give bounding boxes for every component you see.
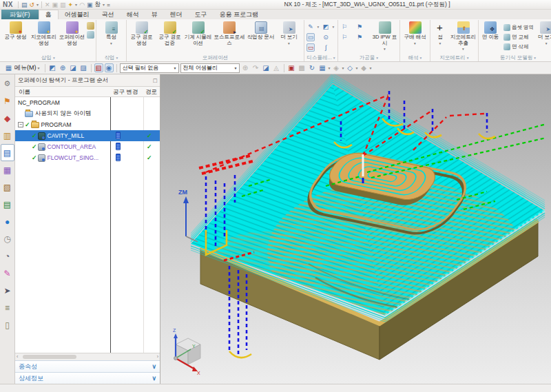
paste-icon[interactable]: ▥ [60,1,66,8]
history-icon[interactable]: ◷ [1,230,14,247]
generate-toolpath-button[interactable]: 공구 경로 생성 [127,20,156,54]
show-3d-ipw-button[interactable]: 3D IPW 표시 ▾ [371,20,399,54]
machine-simulation-button[interactable]: 기계 시뮬레이션 [184,20,212,54]
ipw-flag3-icon[interactable]: ⚐ [342,34,347,41]
scrollbar-thumb[interactable] [23,355,76,359]
swoosh-icon[interactable]: ◠ [79,1,85,8]
selection-filter-combo[interactable]: 선택 필터 없음 ▾ [120,63,179,73]
tab-application[interactable]: 응용 프로그램 [214,10,265,19]
orbit-view-icon[interactable]: ↷ [251,64,260,72]
shop-documentation-button[interactable]: 작업장 문서 [247,20,275,54]
library-icon[interactable]: ▤ [1,196,14,213]
save-icon[interactable]: ▤ [21,1,28,8]
menu-button[interactable]: ▦ 메뉴(M) ▾ [2,63,42,73]
object-display-icon[interactable]: ◩ [323,23,329,30]
create-tool-button[interactable]: 공구 생성 [1,20,30,54]
caret-icon[interactable]: ▾ [329,65,331,70]
undo-caret-icon[interactable]: ▾ [37,2,39,7]
launch-icon[interactable]: ✦ [68,1,74,8]
touch-icon[interactable]: ➤ [1,282,14,299]
visibility-icon[interactable]: ◬ [272,64,281,72]
move-view-icon[interactable]: ⊕ [241,64,250,72]
tree-row-flowcut[interactable]: ✓ FLOWCUT_SING... ✓ [15,152,160,163]
offset-region-button[interactable]: 옵셋 영역 [501,23,536,32]
edit-display-icon[interactable]: ✎ [308,23,313,30]
show-toolpath-icon[interactable]: ▭ [306,33,315,41]
part-navigator-icon[interactable]: ▥ [1,127,14,144]
create-program-icon[interactable] [87,22,94,30]
column-name[interactable]: 이름 [19,88,30,96]
center-point-icon[interactable]: ⊙ [323,34,329,41]
tab-curve[interactable]: 곡선 [96,10,121,19]
group-dialog-caret-icon[interactable]: ▾ [376,56,378,60]
tab-home[interactable]: 홈 [39,10,59,19]
zoom-window-icon[interactable]: ▩ [298,64,306,72]
move-face-button[interactable]: 면 이동 [479,20,501,54]
render-style-icon[interactable]: ◈ [332,64,341,72]
group-dialog-caret-icon[interactable]: ▾ [534,56,536,60]
operation-navigator-icon[interactable]: ▤ [1,144,14,161]
refresh-view-icon[interactable]: ↻ [308,64,317,72]
ipw-flag1-icon[interactable]: ⚐ [342,23,347,30]
scroll-right-icon[interactable]: › [157,354,158,359]
postprocess-button[interactable]: 포스트프로세스 [212,20,247,54]
window-panel-icon[interactable]: ▯ [1,316,14,333]
highlight-select-icon[interactable]: ◩ [48,64,57,72]
create-method-icon[interactable] [87,31,94,39]
tree-row-program[interactable]: − ✓ PROGRAM [15,119,160,130]
roles-icon[interactable]: ✎ [1,265,14,282]
tree-row-contour-area[interactable]: ✓ CONTOUR_AREA ✓ [15,141,160,152]
window-icon[interactable]: ▣ [87,1,93,8]
copy-icon[interactable]: ▣ [52,1,59,8]
cut-icon[interactable]: ✕ [45,1,50,8]
verify-toolpath-button[interactable]: 공구 경로 검증 [156,20,184,54]
machine-tool-navigator-icon[interactable]: ▦ [1,161,14,178]
tab-analysis[interactable]: 해석 [121,10,145,19]
graphics-window[interactable]: ZM Y Z X [160,74,551,384]
machine-icon[interactable]: ≡ [1,299,14,316]
ipw-flag2-icon[interactable]: ⚑ [357,23,362,30]
constraint-navigator-icon[interactable]: ◆ [1,110,14,127]
create-geometry-button[interactable]: 지오메트리 생성 [30,20,58,54]
minimize-ribbon-button[interactable]: = [107,1,110,8]
group-dialog-caret-icon[interactable]: ▾ [467,56,469,60]
caret-icon[interactable]: ▾ [318,25,320,29]
effects-icon[interactable]: ◆ [360,64,368,72]
tab-view[interactable]: 뷰 [145,10,164,19]
group-dialog-caret-icon[interactable]: ▾ [53,56,55,60]
window-caret-icon[interactable]: ▾ [103,2,105,7]
properties-button[interactable]: 특성 ▾ [97,20,125,54]
column-path[interactable]: 경로 [145,88,159,96]
spline-display-icon[interactable]: ∫ [325,44,326,51]
group-dialog-caret-icon[interactable]: ▾ [333,56,335,60]
internet-icon[interactable]: ● [1,213,14,230]
lasso-select-icon[interactable]: ◪ [69,64,78,72]
caret-icon[interactable]: ▾ [342,65,344,70]
snap-point-icon[interactable]: ⊕ [59,64,67,72]
tree-row-cavity-mill[interactable]: ✓ CAVITY_MILL ✓ [15,130,160,141]
draft-analysis-button[interactable]: 구배 해석 ▾ [401,20,429,54]
gear-icon[interactable]: ⚙ [1,75,14,92]
float-panel-icon[interactable]: □ [154,77,157,84]
reuse-library-icon[interactable]: ▧ [1,178,14,196]
caret-icon[interactable]: ▾ [356,65,358,70]
viewport-3d[interactable]: ZM Y Z X [160,74,551,384]
horizontal-scrollbar[interactable]: ‹ › [15,353,160,360]
launch-caret-icon[interactable]: ▾ [75,2,77,7]
caret-icon[interactable]: ▾ [370,65,372,70]
tab-tools[interactable]: 도구 [189,10,214,19]
details-section[interactable]: 상세정보 ∨ [15,372,160,384]
window-menu[interactable]: 창 [95,1,101,9]
assembly-navigator-icon[interactable]: ⚑ [1,92,14,110]
extract-geometry-button[interactable]: 지오메트리 추출 ▾ [449,20,477,54]
column-tool-change[interactable]: 공구 변경 [113,88,138,96]
grid-view-icon[interactable]: ▦ [318,64,327,72]
tab-assemblies[interactable]: 어셈블리 [59,10,96,19]
caret-icon[interactable]: ▾ [333,25,335,29]
toolpath-select-icon[interactable]: ▧ [94,63,103,72]
filter-select-icon[interactable]: ▨ [79,64,88,72]
group-dialog-caret-icon[interactable]: ▾ [116,56,118,60]
undo-icon[interactable]: ↺ [29,1,34,8]
tree-row-unused-items[interactable]: 사용되지 않은 아이템 [15,108,160,119]
replace-face-button[interactable]: 면 교체 [501,32,536,42]
